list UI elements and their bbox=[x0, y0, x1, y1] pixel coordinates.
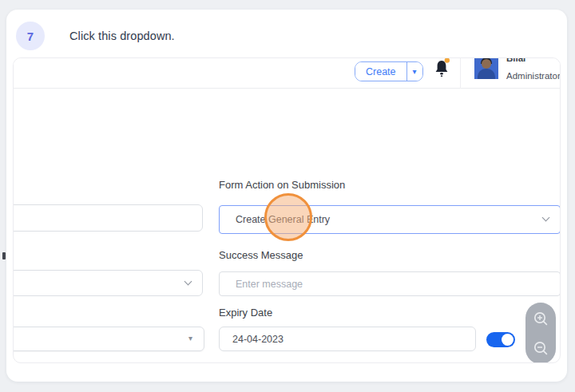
caret-down-icon: ▾ bbox=[188, 335, 192, 343]
form-action-select[interactable]: Create General Entry bbox=[219, 205, 561, 234]
zoom-in-icon bbox=[533, 311, 549, 327]
notification-bell-icon[interactable] bbox=[434, 58, 451, 80]
user-info: Bilal Administrator bbox=[506, 57, 561, 81]
create-button[interactable]: Create bbox=[355, 62, 406, 81]
notification-dot bbox=[445, 58, 450, 63]
app-header-bar: Create ▾ bbox=[14, 58, 560, 89]
step-number-badge: 7 bbox=[16, 22, 45, 50]
bell-icon bbox=[434, 58, 451, 80]
expiry-date-label: Expiry Date bbox=[219, 307, 272, 319]
expiry-date-input[interactable] bbox=[219, 327, 476, 351]
app-screenshot-frame: Create ▾ bbox=[13, 57, 561, 363]
form-action-label: Form Action on Submission bbox=[219, 179, 345, 191]
zoom-controls bbox=[525, 303, 556, 363]
tutorial-step-card: 7 Click this dropdown. Create ▾ bbox=[6, 10, 567, 382]
zoom-out-button[interactable] bbox=[525, 333, 556, 363]
clipped-text-fragment bbox=[2, 252, 6, 259]
expiry-date-toggle[interactable] bbox=[486, 332, 515, 347]
left-column-combobox[interactable]: ▾ bbox=[13, 327, 204, 351]
user-role: Administrator bbox=[506, 71, 561, 81]
left-column-input[interactable] bbox=[13, 204, 203, 232]
zoom-in-button[interactable] bbox=[525, 303, 556, 334]
zoom-out-icon bbox=[533, 340, 549, 357]
create-dropdown-button[interactable]: ▾ bbox=[406, 62, 422, 81]
avatar bbox=[474, 57, 498, 79]
success-message-label: Success Message bbox=[219, 249, 303, 261]
chevron-down-icon bbox=[184, 277, 192, 285]
chevron-down-icon bbox=[542, 214, 550, 222]
create-split-button[interactable]: Create ▾ bbox=[355, 61, 423, 81]
user-name: Bilal bbox=[506, 57, 561, 64]
toggle-knob bbox=[502, 334, 514, 346]
step-instruction: Click this dropdown. bbox=[69, 30, 175, 42]
header-divider bbox=[460, 58, 461, 89]
success-message-input[interactable] bbox=[219, 271, 561, 296]
left-column-select[interactable] bbox=[13, 270, 203, 296]
step-header: 7 Click this dropdown. bbox=[16, 22, 175, 50]
user-menu[interactable]: Bilal Administrator bbox=[474, 57, 498, 79]
form-action-value: Create General Entry bbox=[236, 214, 330, 225]
caret-down-icon: ▾ bbox=[413, 67, 417, 76]
